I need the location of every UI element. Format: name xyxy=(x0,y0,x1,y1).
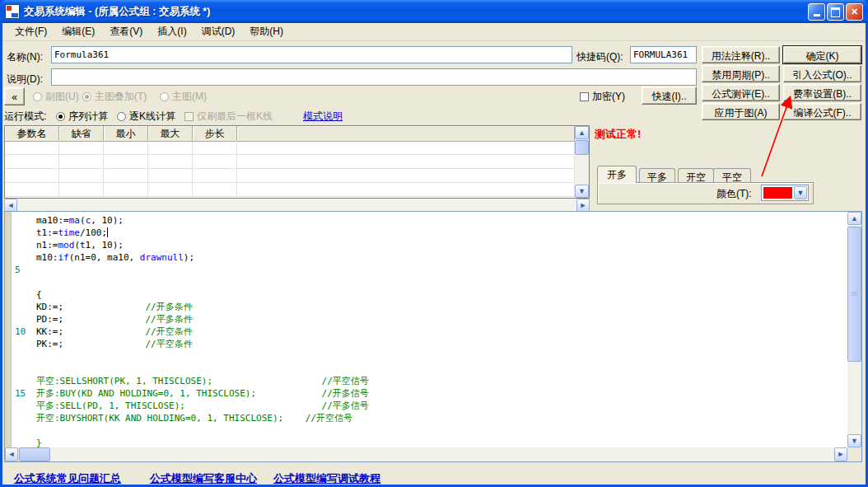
menu-item-4[interactable]: 插入(I) xyxy=(150,23,194,40)
parameter-table-grid[interactable]: 参数名缺省最小最大步长 xyxy=(5,126,575,198)
code-line-7[interactable]: { xyxy=(12,288,847,301)
radio-icon[interactable] xyxy=(56,112,65,121)
code-line-9[interactable]: PD:=; //平多条件 xyxy=(12,313,847,325)
scroll-thumb[interactable] xyxy=(19,447,50,461)
table-cell[interactable] xyxy=(104,183,148,197)
menu-item-5[interactable]: 调试(D) xyxy=(194,23,243,40)
table-cell[interactable] xyxy=(59,155,104,169)
shortcut-input[interactable] xyxy=(630,46,697,63)
table-cell[interactable] xyxy=(193,141,237,155)
table-cell[interactable] xyxy=(59,141,104,155)
column-header[interactable]: 步长 xyxy=(193,126,237,142)
chevron-down-icon[interactable]: ▼ xyxy=(794,186,807,199)
table-cell[interactable] xyxy=(148,155,193,169)
tab-开多[interactable]: 开多 xyxy=(597,166,637,183)
encrypt-checkbox-box[interactable] xyxy=(580,92,589,101)
table-cell[interactable] xyxy=(237,141,575,155)
editor-vscrollbar[interactable]: ▲ ▼ xyxy=(847,212,861,447)
code-line-18[interactable] xyxy=(12,424,847,437)
code-line-3[interactable]: n1:=mod(t1, 10); xyxy=(12,239,847,251)
collapse-button[interactable]: « xyxy=(4,87,25,105)
side-button-禁用周期(P)..[interactable]: 禁用周期(P).. xyxy=(702,65,780,82)
tab-平多[interactable]: 平多 xyxy=(639,168,675,183)
table-row[interactable] xyxy=(5,169,575,183)
footer-link-2[interactable]: 公式模型编写客服中心 xyxy=(150,471,257,485)
side-button-引入公式(O)..[interactable]: 引入公式(O).. xyxy=(783,65,861,82)
side-button-编译公式(F)..[interactable]: 编译公式(F).. xyxy=(783,103,861,120)
table-cell[interactable] xyxy=(148,183,193,197)
editor-hscrollbar[interactable]: ◄ ► xyxy=(5,447,847,461)
editor-content[interactable]: ma10:=ma(c, 10);t1:=time/100;n1:=mod(t1,… xyxy=(12,212,847,447)
table-cell[interactable] xyxy=(104,141,148,155)
code-line-8[interactable]: KD:=; //开多条件 xyxy=(12,301,847,313)
name-input[interactable] xyxy=(51,46,572,63)
side-button-用法注释(R)..[interactable]: 用法注释(R).. xyxy=(702,46,780,63)
code-line-6[interactable] xyxy=(12,276,847,288)
footer-link-1[interactable]: 公式系统常见问题汇总 xyxy=(14,471,121,485)
radio-icon[interactable] xyxy=(117,112,126,121)
table-row[interactable] xyxy=(5,155,575,169)
minimize-button[interactable] xyxy=(808,3,825,21)
table-row[interactable] xyxy=(5,141,575,155)
table-cell[interactable] xyxy=(193,155,237,169)
column-header[interactable]: 最小 xyxy=(104,126,148,142)
column-header[interactable]: 参数名 xyxy=(5,126,59,142)
code-line-17[interactable]: 开空:BUYSHORT(KK AND HOLDING=0, 1, THISCLO… xyxy=(12,412,847,424)
close-button[interactable]: ✕ xyxy=(846,3,863,21)
code-line-10[interactable]: 10KK:=; //开空条件 xyxy=(12,325,847,338)
column-header[interactable]: 缺省 xyxy=(59,126,104,142)
title-bar[interactable]: 交易系统编辑 - (所属公式组 : 交易系统 *) ✕ xyxy=(0,0,868,23)
scroll-right-button[interactable]: ► xyxy=(834,447,847,461)
scroll-down-button[interactable]: ▼ xyxy=(575,185,589,198)
menu-item-3[interactable]: 查看(V) xyxy=(102,23,150,40)
table-cell[interactable] xyxy=(148,169,193,183)
code-line-19[interactable]: } xyxy=(12,437,847,447)
table-cell[interactable] xyxy=(193,169,237,183)
code-line-16[interactable]: 平多:SELL(PD, 1, THISCLOSE); //平多信号 xyxy=(12,400,847,412)
table-cell[interactable] xyxy=(59,183,104,197)
description-input[interactable] xyxy=(51,68,697,86)
table-cell[interactable] xyxy=(5,155,59,169)
maximize-button[interactable] xyxy=(827,3,844,21)
table-cell[interactable] xyxy=(5,169,59,183)
table-cell[interactable] xyxy=(237,155,575,169)
menu-item-2[interactable]: 编辑(E) xyxy=(54,23,102,40)
side-button-确定(K)[interactable]: 确定(K) xyxy=(783,46,861,63)
table-cell[interactable] xyxy=(5,183,59,197)
table-cell[interactable] xyxy=(59,169,104,183)
column-header[interactable] xyxy=(237,126,575,142)
scroll-up-button[interactable]: ▲ xyxy=(575,126,589,139)
side-button-费率设置(B)..[interactable]: 费率设置(B).. xyxy=(783,84,861,101)
scroll-thumb[interactable] xyxy=(847,227,861,362)
quick-button[interactable]: 快速(I).. xyxy=(642,87,697,105)
code-line-13[interactable] xyxy=(12,363,847,375)
parameter-table-vscrollbar[interactable]: ▲ ▼ xyxy=(575,126,589,198)
menu-item-1[interactable]: 文件(F) xyxy=(7,23,54,40)
code-line-11[interactable]: PK:=; //平空条件 xyxy=(12,338,847,350)
footer-link-3[interactable]: 公式模型编写调试教程 xyxy=(273,471,380,485)
table-cell[interactable] xyxy=(5,141,59,155)
tab-平空[interactable]: 平空 xyxy=(713,168,751,183)
menu-item-6[interactable]: 帮助(H) xyxy=(242,23,291,40)
code-line-15[interactable]: 15开多:BUY(KD AND HOLDING=0, 1, THISCLOSE)… xyxy=(12,387,847,400)
table-cell[interactable] xyxy=(193,183,237,197)
column-header[interactable]: 最大 xyxy=(148,126,193,142)
scroll-thumb[interactable] xyxy=(575,140,589,155)
tab-开空[interactable]: 开空 xyxy=(678,168,714,183)
code-line-12[interactable] xyxy=(12,350,847,363)
table-cell[interactable] xyxy=(148,141,193,155)
table-cell[interactable] xyxy=(104,155,148,169)
code-line-14[interactable]: 平空:SELLSHORT(PK, 1, THISCLOSE); //平空信号 xyxy=(12,375,847,387)
code-line-4[interactable]: m10:if(n1=0, ma10, drawnull); xyxy=(12,251,847,264)
side-button-公式测评(E)..[interactable]: 公式测评(E).. xyxy=(702,84,780,101)
scroll-left-button[interactable]: ◄ xyxy=(5,447,18,461)
table-cell[interactable] xyxy=(237,169,575,183)
code-line-5[interactable]: 5 xyxy=(12,264,847,276)
code-line-2[interactable]: t1:=time/100; xyxy=(12,227,847,239)
run-mode-radio-序列计算[interactable]: 序列计算 xyxy=(56,110,108,124)
color-combobox[interactable]: ▼ xyxy=(761,185,809,201)
code-line-1[interactable]: ma10:=ma(c, 10); xyxy=(12,214,847,227)
table-cell[interactable] xyxy=(104,169,148,183)
side-button-应用于图(A)[interactable]: 应用于图(A) xyxy=(702,103,780,120)
run-mode-radio-逐K线计算[interactable]: 逐K线计算 xyxy=(117,110,175,124)
